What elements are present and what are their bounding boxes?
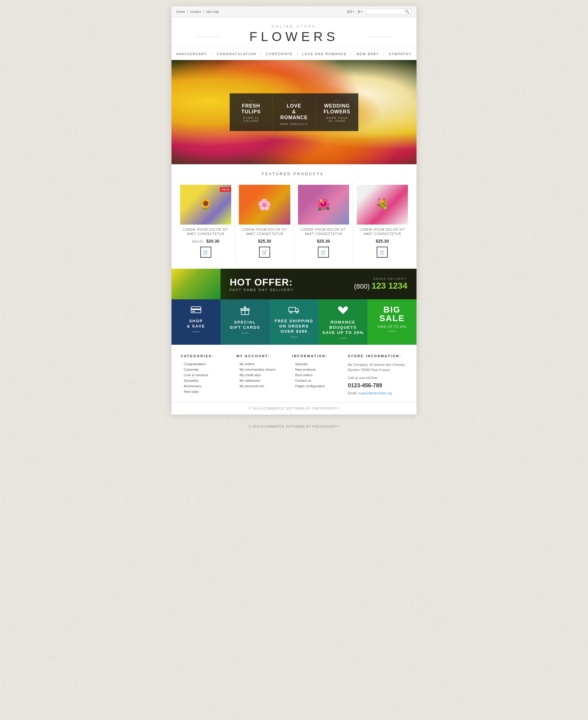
hot-offer-phone: (800) 123 1234 [354,281,407,291]
search-icon[interactable]: 🔍 [405,9,410,14]
outer-copyright: © 2014 ECOMMERCE SOFTWARE BY PRESTASHOP™ [249,425,340,428]
hero-romance-sub: NEW ARRIVALS [277,122,310,125]
top-bar-right: EN ▾ $ ▾ 🔍 [347,8,412,15]
contact-us-link[interactable]: Contact us [295,379,312,383]
nav-item-corporate[interactable]: CORPORATE [261,52,297,56]
hero-banner: FRESHTULIPS OVER 15COLORS LOVE& ROMANCE … [171,60,417,164]
home-link[interactable]: home [176,10,185,14]
add-to-cart-2[interactable]: 🛒 [259,247,270,258]
promo-block-romance[interactable]: ROMANCEBOUQUETSSAVE UP TO 20% [318,299,368,345]
my-credit-slips-link[interactable]: My credit slips [239,373,261,377]
store-call-label: Call us now toll free: [348,375,407,381]
categories-title: CATEGORIES: [181,354,230,358]
footer-content: CATEGORIES: Congratulation Corporate Lov… [171,345,417,402]
list-item: Specials [292,362,342,366]
hero-box-romance[interactable]: LOVE& ROMANCE NEW ARRIVALS [272,94,315,131]
specials-link[interactable]: Specials [295,362,308,366]
list-item: My addresses [236,379,286,383]
product-card-2: 🌸 LOREM IPSUM DOLOR SITAMET CONSECTETUR … [235,181,294,261]
list-item: Congratulation [181,362,230,366]
category-corporate-link[interactable]: Corporate [184,368,199,371]
nav-item-love-romance[interactable]: LOVE AND ROMANCE [298,52,351,56]
product-image-2: 🌸 [239,185,290,225]
category-sympathy-link[interactable]: Sympathy [184,379,199,383]
language-selector[interactable]: EN ▾ [347,10,354,14]
promo-sale-title: BIGSALE [379,306,405,323]
product-image-4: 💐 [357,185,408,225]
category-congratulation-link[interactable]: Congratulation [184,362,206,366]
product-name-3: LOREM IPSUM DOLOR SITAMET CONSECTETUR [298,228,349,236]
store-email-link[interactable]: support@demolink.org [358,391,392,395]
store-title: FLOWERS [177,29,411,44]
search-box[interactable]: 🔍 [366,8,412,15]
category-new-baby-link[interactable]: New baby [184,390,199,393]
category-anniversary-link[interactable]: Anniversary [184,384,202,388]
promo-block-sale[interactable]: BIGSALE SAVE UP TO 20% [368,299,417,345]
heart-icon [337,306,349,317]
list-item: Love & romance [181,373,230,377]
list-item: New baby [181,390,230,393]
svg-rect-2 [192,311,195,312]
my-returns-link[interactable]: My merchandise returns [239,368,276,371]
product-card-4: 💐 LOREM IPSUM DOLOR SITAMET CONSECTETUR … [353,181,412,261]
product-image-1: 🌻 SALE [180,185,231,225]
promo-block-shipping[interactable]: FREE SHIPPINGON ORDERSOVER $499 [270,299,318,345]
credit-card-icon [190,306,202,316]
nav-item-new-baby[interactable]: NEW BABY [352,52,383,56]
product-image-3: 🌺 [298,185,349,225]
categories-list: Congratulation Corporate Love & romance … [181,362,230,393]
nav-item-sympathy[interactable]: SYMPATHY [384,52,416,56]
my-account-title: MY ACCOUNT: [236,354,286,358]
list-item: My merchandise returns [236,368,286,371]
hero-wedding-sub: MORE THAN35 ITEMS [321,117,353,123]
category-love-romance-link[interactable]: Love & romance [184,373,208,377]
phone-accent: 123 1234 [372,281,407,290]
store-phone: 0123-456-789 [348,383,407,389]
best-sellers-link[interactable]: Best sellers [295,373,313,377]
breadcrumb: home / contact / site map [176,10,219,14]
footer-store-info: STORE INFORMATION: My Company, 42 avenue… [348,354,407,396]
product-old-price-1: $25.30 [192,239,203,244]
my-account-list: My orders My merchandise returns My cred… [236,362,286,388]
product-current-price-2: $25.30 [258,239,271,244]
promo-giftcards-title: SPECIALGIFT CARDS [230,320,260,330]
hero-box-wedding[interactable]: WEDDINGFLOWERS MORE THAN35 ITEMS [315,94,358,131]
promo-block-giftcards[interactable]: SPECIALGIFT CARDS [220,299,270,345]
contact-link[interactable]: contact [190,10,201,14]
information-title: INFORMATION: [292,354,342,358]
list-item: My personal info [236,384,286,388]
product-price-3: $25.30 [298,239,349,244]
hero-tulips-sub: OVER 15COLORS [235,117,267,123]
outer-footer: © 2014 ECOMMERCE SOFTWARE BY PRESTASHOP™ [0,421,588,433]
my-orders-link[interactable]: My orders [239,362,254,366]
main-nav: ANNIVERSARY / CONGRATULATION / CORPORATE… [171,48,417,60]
hot-offer-flowers [171,269,220,299]
list-item: Pages configuration [292,384,342,388]
my-addresses-link[interactable]: My addresses [239,379,260,383]
add-to-cart-1[interactable]: 🛒 [200,247,211,258]
list-item: My orders [236,362,286,366]
nav-item-congratulation[interactable]: CONGRATULATION [212,52,260,56]
svg-point-8 [296,311,298,313]
featured-products-title: FEATURED PRODUCTS: [171,164,417,181]
footer-categories: CATEGORIES: Congratulation Corporate Lov… [181,354,230,396]
sitemap-link[interactable]: site map [206,10,219,14]
promo-block-shop[interactable]: SHOP& SAVE [171,299,220,345]
truck-icon [289,306,299,316]
currency-selector[interactable]: $ ▾ [358,10,362,14]
hot-offer-phone-wrap: order delivery: (800) 123 1234 [345,277,417,291]
order-delivery-label: order delivery: [354,277,407,280]
nav-item-anniversary[interactable]: ANNIVERSARY [172,52,212,56]
search-input[interactable] [368,10,405,14]
add-to-cart-4[interactable]: 🛒 [377,247,388,258]
pages-config-link[interactable]: Pages configuration [295,384,325,388]
hero-box-tulips[interactable]: FRESHTULIPS OVER 15COLORS [230,94,272,131]
product-name-4: LOREM IPSUM DOLOR SITAMET CONSECTETUR [357,228,408,236]
new-products-link[interactable]: New products [295,368,316,371]
my-personal-info-link[interactable]: My personal info [239,384,264,388]
currency-chevron-icon: ▾ [361,10,362,13]
footer-information: INFORMATION: Specials New products Best … [292,354,342,396]
site-header: ONLINE STORE FLOWERS [171,18,417,48]
product-card-3: 🌺 LOREM IPSUM DOLOR SITAMET CONSECTETUR … [294,181,353,261]
add-to-cart-3[interactable]: 🛒 [318,247,329,258]
